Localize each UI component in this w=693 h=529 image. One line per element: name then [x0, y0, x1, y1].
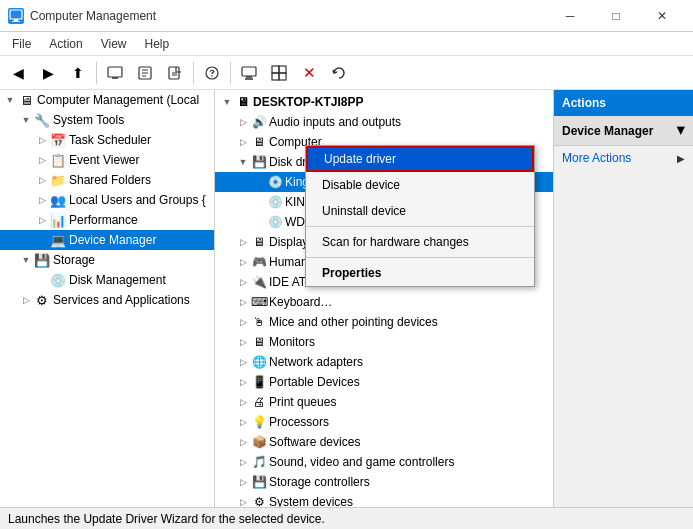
toggle-event-viewer[interactable]: ▷	[34, 152, 50, 168]
toggle-system-tools[interactable]: ▼	[18, 112, 34, 128]
device-portable[interactable]: ▷ 📱 Portable Devices	[215, 372, 553, 392]
ctx-disable-device[interactable]: Disable device	[306, 172, 534, 198]
actions-more-actions[interactable]: More Actions ▶	[554, 146, 693, 170]
properties-toolbar-button[interactable]	[131, 60, 159, 86]
device-header[interactable]: ▼ 🖥 DESKTOP-KTJI8PP	[215, 92, 553, 112]
ctx-scan[interactable]: Scan for hardware changes	[306, 229, 534, 255]
device-processors[interactable]: ▷ 💡 Processors	[215, 412, 553, 432]
minimize-button[interactable]: ─	[547, 0, 593, 32]
toggle-processors[interactable]: ▷	[235, 414, 251, 430]
label-device-manager: Device Manager	[69, 233, 156, 247]
toggle-ide[interactable]: ▷	[235, 274, 251, 290]
icon-shared-folders: 📁	[50, 172, 66, 188]
actions-collapse-icon: ▶	[676, 127, 687, 135]
toggle-network[interactable]: ▷	[235, 354, 251, 370]
tree-item-device-manager[interactable]: 💻 Device Manager	[0, 230, 214, 250]
toggle-portable[interactable]: ▷	[235, 374, 251, 390]
toggle-print[interactable]: ▷	[235, 394, 251, 410]
ctx-update-driver[interactable]: Update driver	[306, 146, 534, 172]
icon-storage-ctrl: 💾	[251, 474, 267, 490]
toggle-header[interactable]: ▼	[219, 94, 235, 110]
back-button[interactable]: ◀	[4, 60, 32, 86]
svg-rect-3	[108, 67, 122, 77]
status-text: Launches the Update Driver Wizard for th…	[8, 512, 325, 526]
label-monitors: Monitors	[269, 335, 315, 349]
toggle-display[interactable]: ▷	[235, 234, 251, 250]
tree-item-services-apps[interactable]: ▷ ⚙ Services and Applications	[0, 290, 214, 310]
svg-rect-18	[279, 66, 286, 73]
expand-button[interactable]	[265, 60, 293, 86]
new-button[interactable]	[161, 60, 189, 86]
device-mice[interactable]: ▷ 🖱 Mice and other pointing devices	[215, 312, 553, 332]
device-keyboard[interactable]: ▷ ⌨ Keyboard…	[215, 292, 553, 312]
menu-action[interactable]: Action	[41, 32, 90, 55]
device-storage-ctrl[interactable]: ▷ 💾 Storage controllers	[215, 472, 553, 492]
help-button[interactable]	[198, 60, 226, 86]
menu-view[interactable]: View	[93, 32, 135, 55]
menu-file[interactable]: File	[4, 32, 39, 55]
label-software: Software devices	[269, 435, 360, 449]
tree-item-performance[interactable]: ▷ 📊 Performance	[0, 210, 214, 230]
refresh-button[interactable]	[325, 60, 353, 86]
toggle-shared-folders[interactable]: ▷	[34, 172, 50, 188]
icon-kingston2: 💿	[267, 194, 283, 210]
tree-item-event-viewer[interactable]: ▷ 📋 Event Viewer	[0, 150, 214, 170]
device-sound[interactable]: ▷ 🎵 Sound, video and game controllers	[215, 452, 553, 472]
maximize-button[interactable]: □	[593, 0, 639, 32]
device-network[interactable]: ▷ 🌐 Network adapters	[215, 352, 553, 372]
toggle-storage-ctrl[interactable]: ▷	[235, 474, 251, 490]
icon-display: 🖥	[251, 234, 267, 250]
toggle-task-scheduler[interactable]: ▷	[34, 132, 50, 148]
device-audio[interactable]: ▷ 🔊 Audio inputs and outputs	[215, 112, 553, 132]
menu-help[interactable]: Help	[137, 32, 178, 55]
toggle-monitors[interactable]: ▷	[235, 334, 251, 350]
toggle-computer[interactable]: ▷	[235, 134, 251, 150]
toggle-keyboard[interactable]: ▷	[235, 294, 251, 310]
tree-item-shared-folders[interactable]: ▷ 📁 Shared Folders	[0, 170, 214, 190]
toggle-sound[interactable]: ▷	[235, 454, 251, 470]
computer-button[interactable]	[235, 60, 263, 86]
toggle-disk-drives[interactable]: ▼	[235, 154, 251, 170]
label-audio: Audio inputs and outputs	[269, 115, 401, 129]
ctx-uninstall-device[interactable]: Uninstall device	[306, 198, 534, 224]
right-panel: Actions Device Manager ▶ More Actions ▶	[553, 90, 693, 507]
toggle-system-devices[interactable]: ▷	[235, 494, 251, 507]
label-desktop: DESKTOP-KTJI8PP	[253, 95, 363, 109]
tree-item-root[interactable]: ▼ 🖥 Computer Management (Local	[0, 90, 214, 110]
toggle-storage[interactable]: ▼	[18, 252, 34, 268]
icon-system-devices: ⚙	[251, 494, 267, 507]
show-hide-button[interactable]	[101, 60, 129, 86]
label-processors: Processors	[269, 415, 329, 429]
delete-button[interactable]: ✕	[295, 60, 323, 86]
label-print: Print queues	[269, 395, 336, 409]
forward-button[interactable]: ▶	[34, 60, 62, 86]
toggle-local-users[interactable]: ▷	[34, 192, 50, 208]
main-area: ▼ 🖥 Computer Management (Local ▼ 🔧 Syste…	[0, 90, 693, 507]
tree-item-task-scheduler[interactable]: ▷ 📅 Task Scheduler	[0, 130, 214, 150]
icon-device-manager: 💻	[50, 232, 66, 248]
ctx-properties[interactable]: Properties	[306, 260, 534, 286]
label-storage-ctrl: Storage controllers	[269, 475, 370, 489]
up-button[interactable]: ⬆	[64, 60, 92, 86]
toggle-mice[interactable]: ▷	[235, 314, 251, 330]
close-button[interactable]: ✕	[639, 0, 685, 32]
icon-disk-management: 💿	[50, 272, 66, 288]
label-task-scheduler: Task Scheduler	[69, 133, 151, 147]
tree-item-storage[interactable]: ▼ 💾 Storage	[0, 250, 214, 270]
device-monitors[interactable]: ▷ 🖥 Monitors	[215, 332, 553, 352]
toggle-performance[interactable]: ▷	[34, 212, 50, 228]
toggle-root[interactable]: ▼	[2, 92, 18, 108]
tree-item-disk-management[interactable]: 💿 Disk Management	[0, 270, 214, 290]
device-print[interactable]: ▷ 🖨 Print queues	[215, 392, 553, 412]
tree-item-system-tools[interactable]: ▼ 🔧 System Tools	[0, 110, 214, 130]
actions-section-header[interactable]: Device Manager ▶	[554, 116, 693, 146]
label-portable: Portable Devices	[269, 375, 360, 389]
toggle-software[interactable]: ▷	[235, 434, 251, 450]
toggle-human[interactable]: ▷	[235, 254, 251, 270]
icon-keyboard: ⌨	[251, 294, 267, 310]
toggle-audio[interactable]: ▷	[235, 114, 251, 130]
tree-item-local-users[interactable]: ▷ 👥 Local Users and Groups {	[0, 190, 214, 210]
device-software[interactable]: ▷ 📦 Software devices	[215, 432, 553, 452]
device-system-devices[interactable]: ▷ ⚙ System devices	[215, 492, 553, 507]
toggle-services-apps[interactable]: ▷	[18, 292, 34, 308]
